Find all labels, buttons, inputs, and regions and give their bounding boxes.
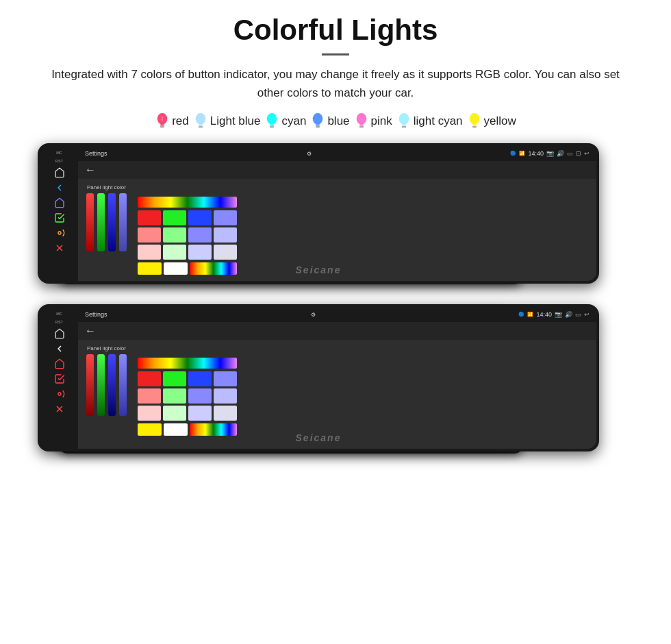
svg-point-19 — [469, 113, 479, 125]
svg-rect-2 — [160, 127, 164, 128]
svg-rect-15 — [359, 127, 363, 128]
color-item-light-cyan: light cyan — [396, 112, 463, 131]
bulb-icon-yellow — [467, 112, 482, 131]
color-item-red: red — [155, 112, 189, 131]
svg-rect-18 — [402, 127, 406, 128]
screens-section: MC RST MC RST — [27, 143, 644, 469]
color-label-pink: pink — [371, 114, 392, 128]
svg-rect-8 — [270, 124, 275, 127]
color-label-cyan: cyan — [281, 114, 306, 128]
svg-point-10 — [313, 113, 323, 125]
color-list: red Light blue cyan blue — [155, 112, 516, 131]
color-label-light-blue: Light blue — [210, 114, 261, 128]
page-title: Colorful Lights — [233, 14, 438, 47]
color-label-yellow: yellow — [484, 114, 516, 128]
color-item-light-blue: Light blue — [193, 112, 261, 131]
bulb-icon-pink — [354, 112, 369, 131]
bottom-device-group: MC RST MC RST — [38, 304, 633, 469]
svg-rect-20 — [472, 124, 477, 127]
svg-rect-5 — [199, 124, 203, 127]
svg-rect-12 — [316, 127, 320, 128]
bottom-device-card-front: MC RST Settings ⚙ — [38, 304, 599, 451]
svg-point-4 — [195, 113, 205, 125]
color-item-yellow: yellow — [467, 112, 516, 131]
status-bar-title: Settings — [85, 150, 107, 157]
color-item-pink: pink — [354, 112, 392, 131]
device-card-front: MC RST Settings ⚙ — [38, 143, 599, 284]
svg-rect-14 — [359, 124, 364, 127]
color-label-red: red — [172, 114, 189, 128]
description: Integrated with 7 colors of button indic… — [41, 65, 630, 102]
title-divider — [322, 53, 349, 55]
panel-light-title: Panel light color — [87, 184, 126, 190]
bulb-icon-blue — [310, 112, 325, 131]
bulb-icon-red — [155, 112, 170, 131]
svg-point-28 — [58, 232, 61, 234]
svg-point-16 — [398, 113, 409, 125]
color-item-cyan: cyan — [264, 112, 306, 131]
svg-rect-1 — [160, 124, 164, 127]
page: Colorful Lights Integrated with 7 colors… — [0, 0, 671, 644]
svg-rect-11 — [316, 124, 320, 127]
color-label-blue: blue — [327, 114, 349, 128]
svg-point-7 — [267, 113, 277, 125]
status-time: 14:40 — [528, 150, 544, 157]
svg-point-40 — [58, 393, 61, 395]
svg-rect-17 — [402, 124, 406, 127]
bulb-icon-light-blue — [193, 112, 208, 131]
svg-rect-21 — [472, 127, 476, 128]
svg-rect-9 — [270, 127, 274, 128]
color-label-light-cyan: light cyan — [414, 114, 463, 128]
color-item-blue: blue — [310, 112, 349, 131]
svg-point-13 — [356, 113, 366, 125]
bulb-icon-cyan — [264, 112, 279, 131]
top-device-group: MC RST MC RST — [38, 143, 633, 294]
svg-rect-6 — [199, 127, 203, 128]
bulb-icon-light-cyan — [396, 112, 412, 131]
